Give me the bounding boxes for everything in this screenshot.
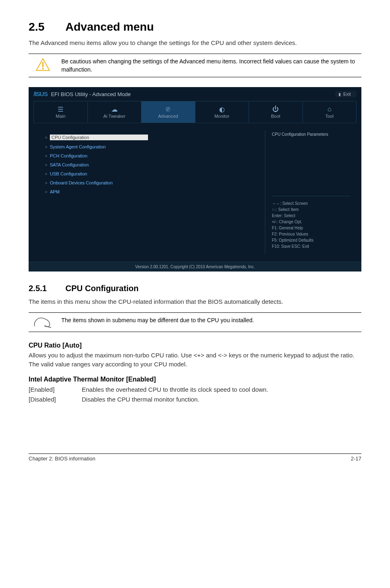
bios-menu-list: >CPU Configuration >System Agent Configu… bbox=[45, 130, 265, 254]
menu-item-usb[interactable]: >USB Configuration bbox=[45, 171, 265, 176]
info-note: The items shown in submenu may be differ… bbox=[29, 312, 361, 332]
subsection-title: 2.5.1CPU Configuration bbox=[29, 284, 361, 293]
menu-item-onboard-devices[interactable]: >Onboard Devices Configuration bbox=[45, 180, 265, 185]
option-row: [Disabled] Disables the CPU thermal moni… bbox=[29, 395, 361, 404]
tab-advanced[interactable]: ⎚ Advanced bbox=[141, 101, 195, 123]
chevron-icon: > bbox=[45, 135, 47, 140]
tab-label: Boot bbox=[249, 114, 303, 119]
option-row: [Enabled] Enables the overheated CPU to … bbox=[29, 385, 361, 395]
help-keys: →←: Select Screen ↑↓: Select Item Enter:… bbox=[272, 196, 351, 254]
power-icon: ⏻ bbox=[249, 105, 303, 114]
list-icon: ☰ bbox=[34, 105, 87, 114]
note-icon bbox=[29, 313, 57, 332]
bios-footer: Version 2.00.1201. Copyright (C) 2010 Am… bbox=[29, 262, 361, 272]
subsection-name: CPU Configuration bbox=[65, 284, 139, 293]
setting-body: Allows you to adjust the maximum non-tur… bbox=[29, 351, 361, 369]
setting-title-thermal-monitor: Intel Adaptive Thermal Monitor [Enabled] bbox=[29, 376, 361, 383]
chevron-icon: > bbox=[45, 145, 47, 149]
menu-item-system-agent[interactable]: >System Agent Configuration bbox=[45, 144, 265, 149]
option-key: [Enabled] bbox=[29, 385, 82, 395]
tab-label: Ai Tweaker bbox=[88, 114, 141, 119]
chevron-icon: > bbox=[45, 172, 47, 176]
option-key: [Disabled] bbox=[29, 395, 82, 404]
menu-item-label: Onboard Devices Configuration bbox=[50, 180, 112, 185]
bios-tabs: ☰ Main ☁ Ai Tweaker ⎚ Advanced ◐ Monitor… bbox=[34, 101, 356, 123]
menu-item-label: USB Configuration bbox=[50, 171, 87, 176]
chevron-icon: > bbox=[45, 190, 47, 194]
menu-item-label: APM bbox=[50, 189, 60, 194]
option-value: Enables the overheated CPU to throttle i… bbox=[82, 385, 361, 395]
menu-item-sata[interactable]: >SATA Configuration bbox=[45, 162, 265, 167]
menu-item-label: PCH Configuration bbox=[50, 153, 87, 158]
help-title: CPU Configuration Parameters bbox=[272, 130, 351, 137]
tab-main[interactable]: ☰ Main bbox=[34, 101, 88, 123]
caution-icon bbox=[29, 54, 57, 75]
option-value: Disables the CPU thermal monitor functio… bbox=[82, 395, 361, 404]
tool-icon: ⌂ bbox=[303, 105, 356, 114]
key-hint: +/-: Change Opt. bbox=[272, 219, 351, 225]
menu-item-cpu-config[interactable]: >CPU Configuration bbox=[45, 135, 265, 140]
key-hint: F5: Optimized Defaults bbox=[272, 237, 351, 243]
chevron-icon: > bbox=[45, 181, 47, 185]
exit-label: Exit bbox=[343, 92, 351, 97]
key-hint: F10: Save ESC: Exit bbox=[272, 243, 351, 249]
bios-brand: /ISUS bbox=[34, 90, 47, 97]
setting-title-cpu-ratio: CPU Ratio [Auto] bbox=[29, 342, 361, 349]
advanced-icon: ⎚ bbox=[141, 105, 195, 114]
intro-paragraph: The Advanced menu items allow you to cha… bbox=[29, 38, 361, 48]
tab-ai-tweaker[interactable]: ☁ Ai Tweaker bbox=[88, 101, 142, 123]
bios-help-panel: CPU Configuration Parameters →←: Select … bbox=[265, 130, 351, 254]
footer-left: Chapter 2: BIOS information bbox=[29, 456, 95, 462]
tab-label: Monitor bbox=[195, 114, 249, 119]
key-hint: F2: Previous Values bbox=[272, 231, 351, 237]
section-name: Advanced menu bbox=[65, 20, 154, 33]
tab-tool[interactable]: ⌂ Tool bbox=[303, 101, 357, 123]
menu-item-label: SATA Configuration bbox=[50, 162, 89, 167]
key-hint: F1: General Help bbox=[272, 225, 351, 231]
caution-text: Be cautious when changing the settings o… bbox=[57, 54, 361, 77]
subsection-number: 2.5.1 bbox=[29, 284, 65, 293]
bios-logo-title: /ISUS EFI BIOS Utility - Advanced Mode bbox=[34, 90, 131, 98]
key-hint: Enter: Select bbox=[272, 213, 351, 219]
exit-icon: ▮ bbox=[338, 92, 341, 97]
tab-boot[interactable]: ⏻ Boot bbox=[249, 101, 303, 123]
bios-title: EFI BIOS Utility - Advanced Mode bbox=[51, 91, 131, 97]
cloud-icon: ☁ bbox=[88, 105, 141, 114]
menu-item-label: System Agent Configuration bbox=[50, 144, 105, 149]
key-hint: →←: Select Screen bbox=[272, 200, 351, 206]
note-text: The items shown in submenu may be differ… bbox=[57, 313, 361, 328]
menu-item-apm[interactable]: >APM bbox=[45, 189, 265, 194]
caution-note: Be cautious when changing the settings o… bbox=[29, 54, 361, 78]
tab-label: Main bbox=[34, 114, 87, 119]
bios-screenshot: /ISUS EFI BIOS Utility - Advanced Mode ▮… bbox=[29, 87, 361, 272]
menu-item-label: CPU Configuration bbox=[50, 135, 148, 140]
subsection-body: The items in this menu show the CPU-rela… bbox=[29, 297, 361, 307]
key-hint: ↑↓: Select Item bbox=[272, 206, 351, 213]
chevron-icon: > bbox=[45, 163, 47, 167]
tab-monitor[interactable]: ◐ Monitor bbox=[195, 101, 249, 123]
tab-label: Tool bbox=[303, 114, 356, 119]
tab-label: Advanced bbox=[141, 114, 195, 119]
page-footer: Chapter 2: BIOS information 2-17 bbox=[29, 453, 361, 462]
section-number: 2.5 bbox=[29, 20, 65, 34]
options-table: [Enabled] Enables the overheated CPU to … bbox=[29, 385, 361, 404]
chevron-icon: > bbox=[45, 154, 47, 158]
footer-right: 2-17 bbox=[351, 456, 361, 462]
exit-button[interactable]: ▮ Exit bbox=[335, 91, 356, 97]
section-title: 2.5Advanced menu bbox=[29, 20, 361, 34]
monitor-icon: ◐ bbox=[195, 105, 249, 114]
menu-item-pch[interactable]: >PCH Configuration bbox=[45, 153, 265, 158]
svg-point-2 bbox=[42, 68, 44, 70]
